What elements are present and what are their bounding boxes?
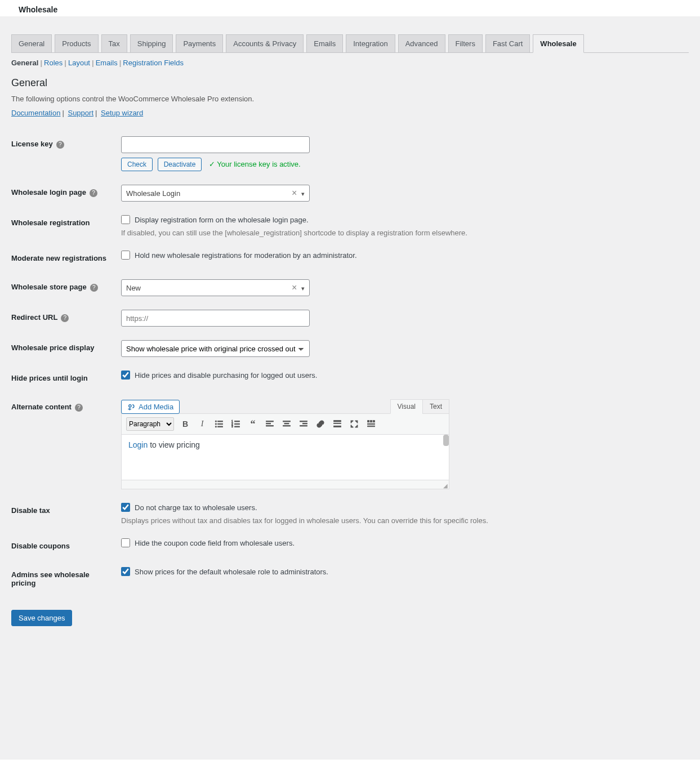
tab-payments[interactable]: Payments <box>176 34 223 52</box>
tab-wholesale[interactable]: Wholesale <box>533 34 583 53</box>
save-changes-button[interactable]: Save changes <box>11 610 72 626</box>
help-icon[interactable]: ? <box>56 141 64 149</box>
media-icon <box>127 403 135 411</box>
support-link[interactable]: Support <box>68 109 93 117</box>
number-list-icon[interactable]: 123 <box>230 418 242 430</box>
tab-accounts-privacy[interactable]: Accounts & Privacy <box>226 34 304 52</box>
svg-rect-15 <box>266 425 274 426</box>
help-icon[interactable]: ? <box>90 284 98 292</box>
svg-point-3 <box>215 423 216 425</box>
hide-prices-label: Hide prices until login <box>11 374 88 382</box>
hide-prices-checkbox[interactable] <box>121 371 130 380</box>
svg-rect-4 <box>218 423 223 425</box>
visual-tab[interactable]: Visual <box>390 399 423 414</box>
svg-rect-27 <box>370 421 372 422</box>
toolbar-toggle-icon[interactable] <box>365 418 377 430</box>
login-link[interactable]: Login <box>128 440 148 449</box>
svg-rect-30 <box>368 426 375 427</box>
subtab-roles[interactable]: Roles <box>44 59 63 67</box>
clear-icon[interactable]: × <box>292 283 297 292</box>
wysiwyg-editor: Paragraph B I 123 “ <box>121 413 449 489</box>
svg-rect-2 <box>218 421 223 422</box>
editor-content[interactable]: Login to view pricing <box>122 435 449 480</box>
help-icon[interactable]: ? <box>90 189 97 197</box>
disable-tax-checkbox[interactable] <box>121 503 130 512</box>
add-media-button[interactable]: Add Media <box>121 400 180 414</box>
editor-statusbar: ◢ <box>122 480 449 489</box>
tab-emails[interactable]: Emails <box>306 34 343 52</box>
svg-rect-14 <box>266 423 271 424</box>
help-icon[interactable]: ? <box>61 314 69 322</box>
disable-tax-checkbox-label: Do not charge tax to wholesale users. <box>135 503 257 512</box>
scrollbar[interactable] <box>443 435 449 446</box>
section-heading: General <box>11 77 689 89</box>
resize-grip-icon[interactable]: ◢ <box>443 484 448 488</box>
quote-icon[interactable]: “ <box>247 418 258 430</box>
page-title: Wholesale <box>0 0 700 16</box>
subtab-general[interactable]: General <box>11 59 38 67</box>
section-desc: The following options control the WooCom… <box>11 95 689 103</box>
tab-tax[interactable]: Tax <box>101 34 127 52</box>
documentation-link[interactable]: Documentation <box>11 109 60 117</box>
tab-filters[interactable]: Filters <box>448 34 483 52</box>
moderate-checkbox[interactable] <box>121 251 130 260</box>
price-display-select[interactable]: Show wholesale price with original price… <box>121 340 310 357</box>
chevron-down-icon: ▾ <box>301 190 305 197</box>
svg-rect-12 <box>235 426 240 427</box>
setup-wizard-link[interactable]: Setup wizard <box>101 109 143 117</box>
align-right-icon[interactable] <box>298 418 309 430</box>
login-page-select[interactable]: Wholesale Login × ▾ <box>121 185 310 202</box>
subtab-registration-fields[interactable]: Registration Fields <box>123 59 184 67</box>
login-page-label: Wholesale login page <box>11 188 86 197</box>
bold-icon[interactable]: B <box>180 418 191 430</box>
deactivate-button[interactable]: Deactivate <box>158 158 202 171</box>
svg-rect-28 <box>373 421 374 422</box>
disable-coupons-checkbox[interactable] <box>121 538 130 547</box>
alt-content-label: Alternate content <box>11 403 72 411</box>
license-key-input[interactable] <box>121 136 310 153</box>
tab-products[interactable]: Products <box>55 34 98 52</box>
disable-coupons-checkbox-label: Hide the coupon code field from wholesal… <box>135 539 295 547</box>
check-button[interactable]: Check <box>121 158 153 171</box>
clear-icon[interactable]: × <box>292 188 297 198</box>
registration-checkbox[interactable] <box>121 215 130 224</box>
svg-rect-13 <box>266 421 274 422</box>
link-icon[interactable] <box>315 418 326 430</box>
store-page-label: Wholesale store page <box>11 283 87 291</box>
bullet-list-icon[interactable] <box>213 418 225 430</box>
fullscreen-icon[interactable] <box>349 418 360 430</box>
tab-shipping[interactable]: Shipping <box>130 34 173 52</box>
store-page-select[interactable]: New × ▾ <box>121 279 310 296</box>
disable-tax-help: Displays prices without tax and disables… <box>121 516 683 525</box>
svg-rect-26 <box>368 421 369 422</box>
tab-fast-cart[interactable]: Fast Cart <box>485 34 530 52</box>
admin-pricing-checkbox[interactable] <box>121 567 130 576</box>
paragraph-select[interactable]: Paragraph <box>126 417 174 431</box>
chevron-down-icon: ▾ <box>301 285 305 292</box>
svg-rect-10 <box>235 423 240 425</box>
align-left-icon[interactable] <box>264 418 275 430</box>
sub-tabs: General|Roles|Layout|Emails|Registration… <box>11 59 689 67</box>
subtab-layout[interactable]: Layout <box>68 59 90 67</box>
disable-coupons-label: Disable coupons <box>11 542 70 550</box>
svg-rect-8 <box>235 421 240 422</box>
svg-rect-21 <box>300 425 307 426</box>
svg-rect-20 <box>302 423 307 424</box>
svg-rect-6 <box>218 426 223 427</box>
license-status: ✓ Your license key is active. <box>209 160 301 168</box>
help-icon[interactable]: ? <box>75 404 83 412</box>
text-tab[interactable]: Text <box>422 399 449 414</box>
tab-general[interactable]: General <box>11 34 52 52</box>
align-center-icon[interactable] <box>281 418 292 430</box>
tab-integration[interactable]: Integration <box>346 34 395 52</box>
tab-advanced[interactable]: Advanced <box>398 34 445 52</box>
license-key-label: License key <box>11 140 53 148</box>
editor-toolbar: Paragraph B I 123 “ <box>122 414 449 435</box>
svg-rect-25 <box>334 426 341 427</box>
italic-icon[interactable]: I <box>197 418 208 430</box>
subtab-emails[interactable]: Emails <box>96 59 118 67</box>
redirect-url-input[interactable] <box>121 310 310 327</box>
readmore-icon[interactable] <box>332 418 343 430</box>
registration-checkbox-label: Display registration form on the wholesa… <box>135 216 309 224</box>
svg-rect-19 <box>300 421 307 422</box>
